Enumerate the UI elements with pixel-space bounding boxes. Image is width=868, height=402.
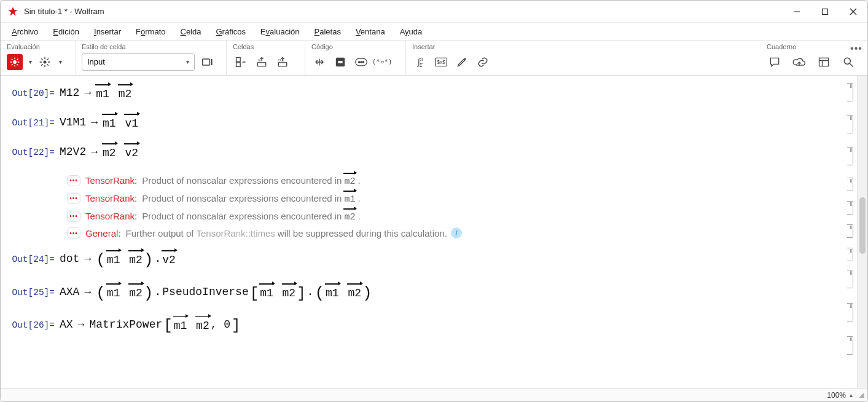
chevron-down-icon: ▾ [186, 58, 189, 65]
message-icon[interactable]: ••• [67, 227, 80, 238]
svg-line-21 [41, 64, 43, 66]
menu-archivo[interactable]: Archivo [6, 25, 44, 38]
svg-rect-30 [278, 62, 286, 66]
format-cell-button[interactable] [200, 54, 216, 70]
menu-ayuda[interactable]: Ayuda [394, 25, 429, 38]
svg-line-11 [17, 64, 18, 65]
svg-text:$x$: $x$ [437, 59, 445, 65]
svg-point-38 [362, 61, 364, 63]
drawing-tools-button[interactable] [454, 54, 470, 70]
cell-bracket[interactable] [847, 248, 853, 261]
hyperlink-button[interactable] [475, 54, 491, 70]
evaluate-button[interactable] [7, 54, 23, 70]
cell-bracket[interactable] [847, 336, 853, 355]
output-cell-20: Out[20]= M12→ m1 m2 [1, 83, 842, 105]
svg-point-37 [361, 61, 362, 63]
cell-bracket[interactable] [847, 270, 853, 288]
cloud-button[interactable] [791, 54, 807, 70]
svg-rect-23 [203, 59, 210, 65]
scrollbar-thumb[interactable] [859, 197, 866, 254]
cell-bracket[interactable] [847, 178, 853, 191]
vertical-scrollbar[interactable] [857, 76, 867, 388]
divide-cell-button[interactable] [233, 54, 249, 70]
cell-style-dropdown[interactable]: Input ▾ [82, 53, 195, 71]
menubar: Archivo Edición Insertar Formato Celda G… [1, 23, 867, 40]
svg-line-13 [17, 58, 18, 60]
svg-line-19 [41, 58, 43, 60]
output-cell-24: Out[24]= dot→ (m1 m2) .v2 [1, 247, 842, 273]
close-button[interactable] [839, 1, 867, 22]
menu-edicion[interactable]: Edición [47, 25, 85, 38]
message-block: ••• TensorRank: Product of nonscalar exp… [67, 171, 842, 241]
svg-rect-26 [237, 62, 241, 66]
menu-celda[interactable]: Celda [174, 25, 208, 38]
output-expr: dot→ (m1 m2) .v2 [60, 250, 176, 268]
message-icon[interactable]: ••• [67, 175, 80, 186]
math-input-button[interactable]: ∫πΣ [412, 54, 428, 70]
svg-text:In: In [258, 58, 261, 62]
titlebar: Sin título-1 * - Wolfram [1, 1, 867, 23]
toolbar-style-label: Estilo de celda [76, 41, 226, 52]
maximize-button[interactable] [811, 1, 839, 22]
comment-button[interactable]: (*▫*) [374, 54, 390, 70]
cell-bracket[interactable] [847, 83, 853, 101]
svg-rect-25 [237, 57, 241, 61]
message-tensorrank-3: ••• TensorRank: Product of nonscalar exp… [67, 207, 842, 225]
svg-line-10 [12, 58, 13, 60]
svg-line-22 [47, 58, 49, 60]
svg-rect-24 [211, 59, 213, 65]
iconize-button[interactable] [332, 54, 348, 70]
output-cell-22: Out[22]= M2V2→ m2 v2 [1, 142, 842, 164]
toolbar-group-code: Código (*▫*) [305, 41, 406, 75]
resize-grip-icon[interactable]: ◢ [856, 391, 864, 399]
cell-bracket[interactable] [847, 201, 853, 215]
publish-button[interactable] [816, 54, 832, 70]
message-icon[interactable]: ••• [67, 211, 80, 222]
toolbar-insert-label: Insertar [406, 41, 497, 52]
menu-formato[interactable]: Formato [130, 25, 171, 38]
extend-selection-button[interactable] [311, 54, 327, 70]
special-chars-button[interactable]: $x$ [433, 54, 449, 70]
cell-bracket[interactable] [847, 147, 853, 165]
output-cell-21: Out[21]= V1M1→ m1 v1 [1, 112, 842, 135]
insert-above-button[interactable]: In [254, 54, 270, 70]
statusbar: 100% ▴ ◢ [1, 388, 867, 401]
svg-line-12 [12, 64, 13, 65]
zoom-menu-icon[interactable]: ▴ [850, 392, 853, 398]
abort-dropdown[interactable]: ▾ [59, 58, 62, 65]
window-title: Sin título-1 * - Wolfram [24, 7, 104, 16]
menu-evaluacion[interactable]: Evaluación [254, 25, 306, 38]
menu-paletas[interactable]: Paletas [308, 25, 347, 38]
toolbar-cells-label: Celdas [227, 41, 305, 52]
svg-line-46 [850, 63, 853, 66]
message-general: ••• General: Further output of TensorRan… [67, 225, 842, 241]
info-icon[interactable]: i [451, 227, 462, 238]
search-button[interactable] [840, 54, 856, 70]
cell-bracket[interactable] [847, 115, 853, 133]
cell-bracket[interactable] [847, 303, 853, 321]
svg-marker-0 [9, 7, 18, 15]
notebook[interactable]: Out[20]= M12→ m1 m2 Out[21]= V1M1→ m1 v1… [1, 76, 857, 388]
toolbar-more-button[interactable]: ••• [849, 43, 864, 54]
chat-button[interactable] [767, 54, 783, 70]
insert-below-button[interactable]: Out [275, 54, 291, 70]
eval-dropdown[interactable]: ▾ [29, 58, 32, 65]
minimize-button[interactable] [783, 1, 811, 22]
output-expr: V1M1→ m1 v1 [60, 115, 138, 130]
notebook-body: Out[20]= M12→ m1 m2 Out[21]= V1M1→ m1 v1… [1, 76, 842, 388]
app-window: Sin título-1 * - Wolfram Archivo Edición… [0, 0, 868, 402]
cell-bracket-gutter [843, 83, 853, 388]
message-icon[interactable]: ••• [67, 193, 80, 204]
toolbar-group-insert: Insertar ∫πΣ $x$ [406, 41, 497, 75]
menu-graficos[interactable]: Gráficos [209, 25, 251, 38]
uniconize-button[interactable] [353, 54, 369, 70]
cell-bracket[interactable] [847, 224, 853, 238]
menu-ventana[interactable]: Ventana [350, 25, 391, 38]
svg-rect-2 [823, 9, 828, 14]
abort-button[interactable] [37, 54, 53, 70]
menu-insertar[interactable]: Insertar [88, 25, 127, 38]
svg-rect-34 [338, 61, 342, 63]
output-expr: M12→ m1 m2 [60, 85, 131, 100]
output-label: Out[20]= [1, 89, 60, 98]
zoom-level[interactable]: 100% [827, 391, 846, 400]
